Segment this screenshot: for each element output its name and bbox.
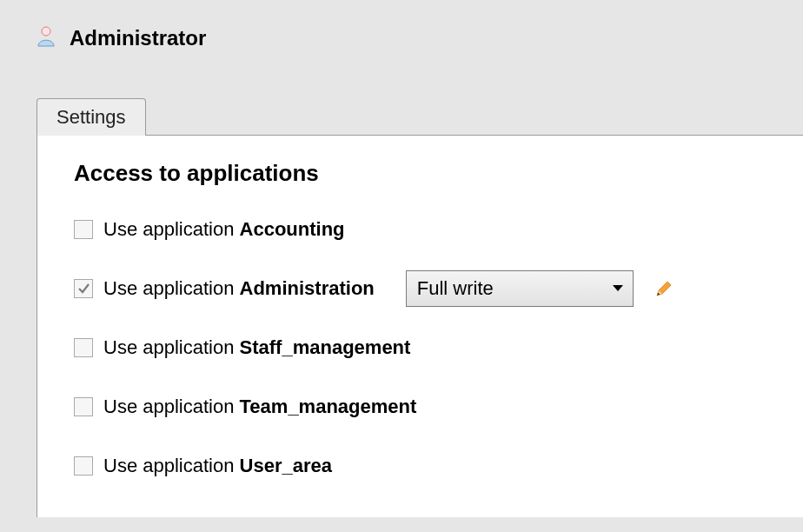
checkbox-accounting[interactable]	[74, 220, 93, 239]
chevron-down-icon	[612, 284, 624, 293]
app-row-team-management: Use application Team_management	[74, 389, 803, 425]
svg-point-0	[42, 27, 50, 36]
select-value: Full write	[417, 277, 494, 300]
tab-strip: Settings	[36, 97, 803, 135]
checkbox-staff-management[interactable]	[74, 338, 93, 357]
check-icon	[76, 282, 90, 296]
app-row-administration: Use application Administration Full writ…	[74, 270, 803, 307]
row-label: Use application Administration	[103, 277, 375, 300]
row-label: Use application User_area	[103, 455, 332, 477]
checkbox-administration[interactable]	[74, 279, 93, 298]
permission-select-administration[interactable]: Full write	[406, 270, 634, 307]
page-title: Administrator	[70, 26, 206, 50]
app-row-accounting: Use application Accounting	[74, 211, 803, 248]
row-label: Use application Staff_management	[103, 336, 410, 359]
settings-panel: Access to applications Use application A…	[36, 135, 803, 517]
tab-settings[interactable]: Settings	[36, 98, 146, 136]
tab-label: Settings	[56, 106, 126, 128]
checkbox-team-management[interactable]	[74, 397, 93, 416]
user-icon	[36, 26, 56, 50]
row-label: Use application Accounting	[103, 218, 345, 241]
app-row-user-area: Use application User_area	[74, 448, 803, 484]
page-header: Administrator	[0, 0, 803, 50]
row-label: Use application Team_management	[103, 396, 416, 418]
app-row-staff-management: Use application Staff_management	[74, 329, 803, 366]
edit-icon[interactable]	[654, 279, 674, 298]
section-title: Access to applications	[74, 160, 803, 187]
checkbox-user-area[interactable]	[74, 456, 93, 475]
